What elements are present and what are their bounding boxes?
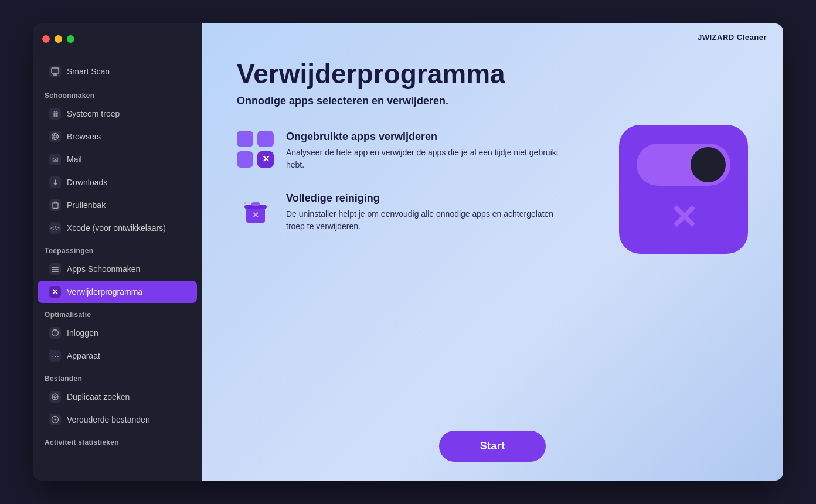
feature-full-clean-text: Volledige reiniging De uninstaller helpt… bbox=[286, 192, 567, 233]
titlebar bbox=[33, 23, 202, 54]
verouderde-bestanden-label: Verouderde bestanden bbox=[67, 415, 150, 424]
feature-unused-desc: Analyseer de hele app en verwijder de ap… bbox=[286, 147, 567, 171]
verwijderprogramma-label: Verwijderprogramma bbox=[67, 287, 142, 297]
duplicaat-zoeken-label: Duplicaat zoeken bbox=[67, 392, 130, 401]
systeem-troep-label: Systeem troep bbox=[67, 109, 120, 118]
toggle-illustration: ✕ bbox=[619, 125, 748, 254]
apps-schoonmaken-label: Apps Schoonmaken bbox=[67, 264, 140, 274]
xcode-icon: </> bbox=[49, 222, 61, 234]
sidebar-item-apparaat[interactable]: ⋯ Apparaat bbox=[38, 345, 197, 367]
sidebar-content: Smart Scan Schoonmaken 🗑 Systeem troep B… bbox=[33, 54, 202, 481]
svg-point-18 bbox=[54, 396, 56, 398]
start-button[interactable]: Start bbox=[439, 431, 546, 462]
prullenbak-label: Prullenbak bbox=[67, 200, 106, 210]
sidebar-item-smart-scan[interactable]: Smart Scan bbox=[38, 60, 197, 83]
svg-point-20 bbox=[55, 419, 56, 421]
mail-icon: ✉ bbox=[49, 154, 61, 165]
downloads-icon: ⬇ bbox=[49, 176, 61, 188]
feature-full-clean: ✕ Volledige reiniging De uninstaller hel… bbox=[237, 192, 596, 233]
sidebar-item-prullenbak[interactable]: Prullenbak bbox=[38, 194, 197, 216]
smart-scan-icon bbox=[49, 66, 61, 77]
apps-schoonmaken-icon bbox=[49, 263, 61, 275]
prullenbak-icon bbox=[49, 199, 61, 211]
sidebar-item-verouderde-bestanden[interactable]: Verouderde bestanden bbox=[38, 408, 197, 431]
main-footer: Start bbox=[202, 417, 783, 481]
section-bestanden: Bestanden bbox=[33, 367, 202, 385]
sidebar-item-systeem-troep[interactable]: 🗑 Systeem troep bbox=[38, 103, 197, 125]
downloads-label: Downloads bbox=[67, 178, 107, 187]
verwijderprogramma-icon: ✕ bbox=[49, 286, 61, 298]
verouderde-icon bbox=[49, 414, 61, 425]
app-dot-1 bbox=[237, 131, 253, 147]
svg-rect-12 bbox=[52, 267, 59, 268]
svg-text:✕: ✕ bbox=[252, 210, 259, 220]
unused-apps-icon-wrap: ✕ bbox=[237, 131, 274, 168]
sidebar-item-apps-schoonmaken[interactable]: Apps Schoonmaken bbox=[38, 258, 197, 280]
page-title: Verwijderprogramma bbox=[237, 59, 748, 89]
systeem-troep-icon: 🗑 bbox=[49, 108, 61, 120]
app-dot-3 bbox=[237, 151, 253, 168]
inloggen-label: Inloggen bbox=[67, 328, 98, 338]
page-subtitle: Onnodige apps selecteren en verwijderen. bbox=[237, 95, 748, 107]
sidebar-item-browsers[interactable]: Browsers bbox=[38, 125, 197, 148]
section-activiteit: Activiteit statistieken bbox=[33, 431, 202, 449]
app-title: JWIZARD Cleaner bbox=[698, 33, 767, 42]
maximize-button[interactable] bbox=[67, 35, 74, 43]
sidebar-item-downloads[interactable]: ⬇ Downloads bbox=[38, 171, 197, 193]
svg-rect-0 bbox=[52, 68, 59, 73]
section-optimalisatie: Optimalisatie bbox=[33, 304, 202, 321]
feature-unused-apps: ✕ Ongebruikte apps verwijderen Analyseer… bbox=[237, 131, 596, 171]
sidebar-item-xcode[interactable]: </> Xcode (voor ontwikkelaars) bbox=[38, 217, 197, 239]
sidebar-item-duplicaat-zoeken[interactable]: Duplicaat zoeken bbox=[38, 386, 197, 408]
mail-label: Mail bbox=[67, 155, 82, 164]
svg-rect-23 bbox=[251, 202, 260, 206]
main-content: JWIZARD Cleaner Verwijderprogramma Onnod… bbox=[202, 23, 783, 481]
full-clean-icon-wrap: ✕ bbox=[237, 192, 274, 230]
sidebar-item-mail[interactable]: ✉ Mail bbox=[38, 148, 197, 171]
feature-full-clean-title: Volledige reiniging bbox=[286, 192, 567, 205]
svg-point-25 bbox=[244, 202, 246, 204]
sidebar-item-inloggen[interactable]: Inloggen bbox=[38, 322, 197, 344]
feature-full-clean-desc: De uninstaller helpt je om eenvoudig all… bbox=[286, 208, 567, 233]
svg-point-26 bbox=[266, 200, 267, 202]
toggle-knob bbox=[691, 147, 726, 182]
sidebar-item-verwijderprogramma[interactable]: ✕ Verwijderprogramma bbox=[38, 281, 197, 303]
apparaat-icon: ⋯ bbox=[49, 350, 61, 362]
app-dot-x: ✕ bbox=[257, 151, 274, 168]
xcode-label: Xcode (voor ontwikkelaars) bbox=[67, 223, 166, 233]
trash-svg-icon: ✕ bbox=[240, 196, 271, 226]
main-body: Verwijderprogramma Onnodige apps selecte… bbox=[202, 42, 783, 417]
svg-point-17 bbox=[52, 394, 58, 400]
app-dot-2 bbox=[257, 131, 274, 147]
sidebar: Smart Scan Schoonmaken 🗑 Systeem troep B… bbox=[33, 23, 202, 481]
toggle-track bbox=[637, 144, 730, 186]
feature-unused-text: Ongebruikte apps verwijderen Analyseer d… bbox=[286, 131, 567, 171]
svg-point-27 bbox=[267, 205, 268, 206]
browsers-label: Browsers bbox=[67, 132, 101, 141]
features-area: ✕ Ongebruikte apps verwijderen Analyseer… bbox=[237, 131, 748, 254]
feature-unused-title: Ongebruikte apps verwijderen bbox=[286, 131, 567, 143]
main-header: JWIZARD Cleaner bbox=[202, 23, 783, 42]
svg-rect-13 bbox=[52, 269, 59, 270]
section-toepassingen: Toepassingen bbox=[33, 240, 202, 257]
apparaat-label: Apparaat bbox=[67, 351, 100, 360]
apps-grid-icon: ✕ bbox=[237, 131, 274, 168]
app-window: Smart Scan Schoonmaken 🗑 Systeem troep B… bbox=[33, 23, 783, 481]
features-list: ✕ Ongebruikte apps verwijderen Analyseer… bbox=[237, 131, 596, 233]
svg-point-4 bbox=[54, 134, 56, 140]
minimize-button[interactable] bbox=[55, 35, 62, 43]
toggle-x-mark: ✕ bbox=[669, 200, 698, 234]
section-schoonmaken: Schoonmaken bbox=[33, 84, 202, 102]
svg-rect-7 bbox=[53, 203, 58, 209]
close-button[interactable] bbox=[42, 35, 50, 43]
duplicaat-icon bbox=[49, 391, 61, 403]
inloggen-icon bbox=[49, 327, 61, 339]
svg-rect-14 bbox=[52, 271, 59, 272]
browsers-icon bbox=[49, 131, 61, 142]
smart-scan-label: Smart Scan bbox=[67, 67, 110, 76]
svg-point-3 bbox=[52, 134, 59, 140]
